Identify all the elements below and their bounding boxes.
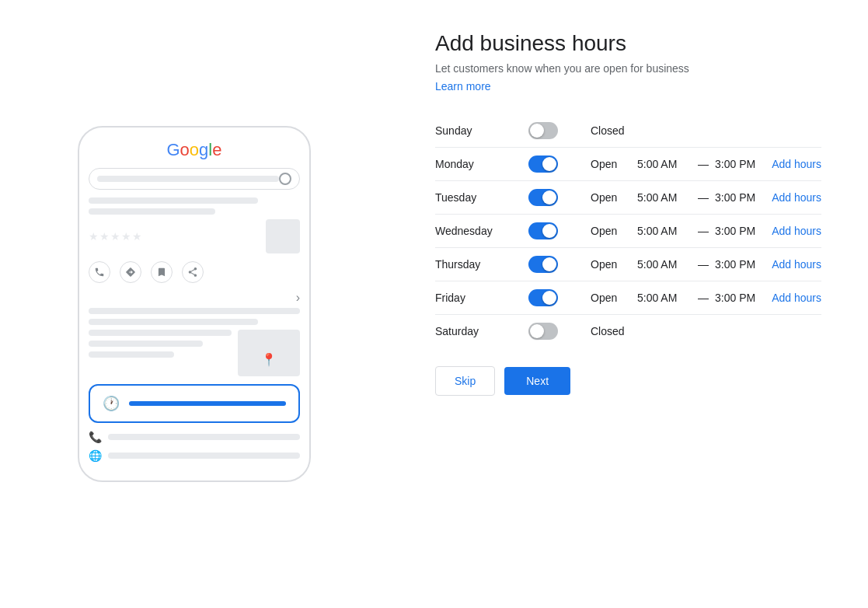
map-pin-icon: 📍	[261, 352, 277, 367]
time-separator: —	[698, 225, 709, 237]
google-logo: Google	[89, 140, 300, 160]
toggle-monday[interactable]	[528, 155, 558, 173]
skeleton-line	[89, 319, 258, 325]
add-hours-button-monday[interactable]: Add hours	[772, 158, 821, 170]
add-hours-button-tuesday[interactable]: Add hours	[772, 191, 821, 204]
time-range-thursday: 5:00 AM—3:00 PM	[637, 258, 772, 271]
toggle-friday[interactable]	[528, 289, 558, 306]
skeleton-line	[89, 208, 215, 215]
toggle-container-tuesday	[528, 189, 591, 206]
toggle-container-friday	[528, 289, 591, 306]
toggle-container-wednesday	[528, 222, 591, 239]
add-hours-button-thursday[interactable]: Add hours	[772, 258, 821, 271]
start-time[interactable]: 5:00 AM	[637, 158, 692, 170]
start-time[interactable]: 5:00 AM	[637, 191, 692, 204]
time-separator: —	[698, 191, 709, 204]
time-range-tuesday: 5:00 AM—3:00 PM	[637, 191, 772, 204]
day-row-wednesday: WednesdayOpen5:00 AM—3:00 PMAdd hours	[435, 215, 821, 248]
day-name-tuesday: Tuesday	[435, 191, 528, 204]
toggle-sunday[interactable]	[528, 122, 558, 139]
toggle-saturday[interactable]	[528, 323, 558, 340]
end-time[interactable]: 3:00 PM	[715, 225, 769, 237]
store-thumbnail	[266, 219, 300, 253]
toggle-container-sunday	[528, 122, 591, 139]
learn-more-link[interactable]: Learn more	[435, 80, 491, 93]
right-panel: Add business hours Let customers know wh…	[389, 0, 868, 608]
page-title: Add business hours	[435, 31, 821, 56]
toggle-thursday[interactable]	[528, 256, 558, 273]
status-text-monday: Open	[591, 158, 637, 170]
toggle-thumb	[542, 257, 556, 271]
end-time[interactable]: 3:00 PM	[715, 292, 769, 304]
day-name-sunday: Sunday	[435, 124, 528, 137]
end-time[interactable]: 3:00 PM	[715, 191, 769, 204]
toggle-container-saturday	[528, 323, 591, 340]
day-row-sunday: SundayClosed	[435, 114, 821, 148]
left-panel: Google ★★★★★	[0, 0, 389, 608]
phone-icon	[89, 261, 110, 283]
time-separator: —	[698, 158, 709, 170]
map-section: 📍	[89, 330, 300, 376]
chevron-right-icon: ›	[296, 291, 300, 305]
start-time[interactable]: 5:00 AM	[637, 225, 692, 237]
search-icon	[279, 173, 291, 185]
time-range-monday: 5:00 AM—3:00 PM	[637, 158, 772, 170]
toggle-container-thursday	[528, 256, 591, 273]
time-range-wednesday: 5:00 AM—3:00 PM	[637, 225, 772, 237]
share-icon	[182, 261, 204, 283]
day-name-saturday: Saturday	[435, 325, 528, 337]
day-name-thursday: Thursday	[435, 258, 528, 271]
day-row-thursday: ThursdayOpen5:00 AM—3:00 PMAdd hours	[435, 248, 821, 281]
day-name-friday: Friday	[435, 292, 528, 304]
bookmark-icon	[151, 261, 173, 283]
rating-row: ★★★★★	[89, 219, 300, 253]
phone-small-icon: 📞	[89, 431, 102, 443]
info-rows: 📞 🌐	[89, 431, 300, 462]
page-subtitle: Let customers know when you are open for…	[435, 62, 821, 75]
add-hours-button-wednesday[interactable]: Add hours	[772, 225, 821, 237]
skip-button[interactable]: Skip	[435, 366, 495, 396]
toggle-container-monday	[528, 155, 591, 173]
toggle-thumb	[542, 190, 556, 204]
clock-icon: 🕐	[103, 395, 120, 412]
chevron-row: ›	[89, 291, 300, 305]
toggle-thumb	[542, 291, 556, 305]
end-time[interactable]: 3:00 PM	[715, 158, 769, 170]
start-time[interactable]: 5:00 AM	[637, 292, 692, 304]
next-button[interactable]: Next	[504, 367, 570, 395]
status-text-thursday: Open	[591, 258, 637, 271]
time-separator: —	[698, 292, 709, 304]
phone-mockup: Google ★★★★★	[78, 126, 311, 482]
hours-table: SundayClosedMondayOpen5:00 AM—3:00 PMAdd…	[435, 114, 821, 348]
toggle-wednesday[interactable]	[528, 222, 558, 239]
add-hours-button-friday[interactable]: Add hours	[772, 292, 821, 304]
time-range-friday: 5:00 AM—3:00 PM	[637, 292, 772, 304]
status-text-wednesday: Open	[591, 225, 637, 237]
phone-search-bar	[89, 168, 300, 190]
map-thumbnail: 📍	[238, 330, 300, 376]
status-text-tuesday: Open	[591, 191, 637, 204]
status-text-sunday: Closed	[591, 124, 637, 137]
skeleton-line	[89, 197, 258, 204]
time-separator: —	[698, 258, 709, 271]
day-row-monday: MondayOpen5:00 AM—3:00 PMAdd hours	[435, 148, 821, 181]
stars-icon: ★★★★★	[89, 230, 143, 243]
end-time[interactable]: 3:00 PM	[715, 258, 769, 271]
action-icons-row	[89, 261, 300, 283]
day-row-friday: FridayOpen5:00 AM—3:00 PMAdd hours	[435, 281, 821, 315]
start-time[interactable]: 5:00 AM	[637, 258, 692, 271]
directions-icon	[120, 261, 141, 283]
skeleton-line	[89, 308, 300, 314]
toggle-thumb	[542, 157, 556, 171]
hours-highlight-card: 🕐	[89, 384, 300, 423]
status-text-saturday: Closed	[591, 325, 637, 337]
day-name-monday: Monday	[435, 158, 528, 170]
toggle-tuesday[interactable]	[528, 189, 558, 206]
day-row-saturday: SaturdayClosed	[435, 315, 821, 348]
globe-icon: 🌐	[89, 449, 102, 462]
status-text-friday: Open	[591, 292, 637, 304]
toggle-thumb	[530, 324, 544, 338]
day-row-tuesday: TuesdayOpen5:00 AM—3:00 PMAdd hours	[435, 181, 821, 215]
action-buttons: Skip Next	[435, 366, 821, 396]
toggle-thumb	[542, 224, 556, 238]
